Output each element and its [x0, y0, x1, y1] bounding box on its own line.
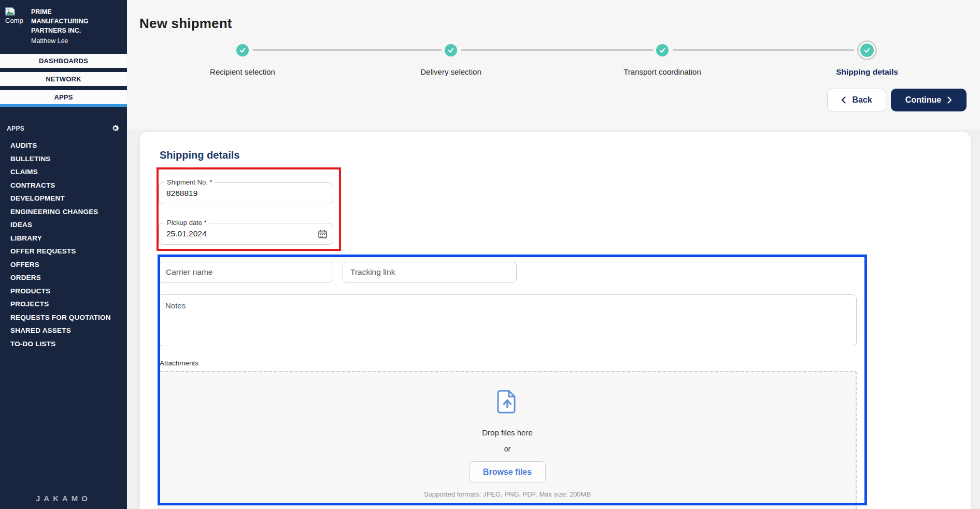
sidebar-item-offers[interactable]: OFFERS	[0, 258, 127, 272]
back-button[interactable]: Back	[827, 89, 886, 111]
jakamo-logo: JAKAMO	[0, 494, 127, 503]
tracking-link-field	[343, 262, 517, 282]
shipment-no-input[interactable]	[159, 183, 333, 204]
shipping-details-card: Shipping details Shipment No. * Pickup d…	[140, 132, 971, 509]
pickup-date-input[interactable]	[159, 223, 333, 244]
sidebar-item-shared-assets[interactable]: SHARED ASSETS	[0, 324, 127, 337]
user-name: Matthew Lee	[31, 37, 109, 45]
apps-section-label: APPS	[7, 125, 24, 132]
chevron-left-icon	[841, 96, 846, 104]
step-connector	[673, 49, 854, 51]
broken-image-glyph	[5, 7, 15, 16]
file-dropzone[interactable]: Drop files here or Browse files Supporte…	[158, 371, 857, 509]
sidebar-item-development[interactable]: DEVELOPMENT	[0, 192, 127, 205]
sidebar-item-claims[interactable]: CLAIMS	[0, 165, 127, 179]
attachments-label: Attachments	[160, 359, 198, 367]
logo-alt-text: Comp	[5, 17, 23, 24]
sidebar-item-offer-requests[interactable]: OFFER REQUESTS	[0, 245, 127, 258]
gear-icon[interactable]	[111, 124, 120, 133]
chevron-right-icon	[947, 96, 952, 104]
step-label-transport-coordination: Transport coordination	[595, 67, 730, 76]
step-connector	[461, 49, 653, 51]
step-label-shipping-details: Shipping details	[800, 67, 934, 77]
step-3-check-icon	[656, 44, 669, 56]
page-title: New shipment	[139, 16, 232, 32]
shipment-no-field: Shipment No. *	[159, 182, 333, 204]
supported-formats-hint: Supported formats: JPEG, PNG, PDF. Max s…	[424, 490, 591, 498]
form-heading: Shipping details	[160, 149, 239, 161]
sidebar-item-bulletins[interactable]: BULLETINS	[0, 152, 127, 166]
browse-files-button[interactable]: Browse files	[470, 461, 546, 483]
notes-input[interactable]	[159, 295, 856, 346]
main-area: New shipment Recipient selection Deliver…	[127, 0, 980, 509]
company-info: PRIME MANUFACTURING PARTNERS INC. Matthe…	[31, 7, 109, 45]
notes-field	[158, 294, 857, 346]
continue-button[interactable]: Continue	[891, 89, 967, 111]
sidebar-item-to-do-lists[interactable]: TO-DO LISTS	[0, 337, 127, 351]
sidebar-item-ideas[interactable]: IDEAS	[0, 218, 127, 232]
tracking-link-input[interactable]	[343, 262, 516, 282]
upload-file-icon	[497, 390, 518, 414]
sidebar-tab-dashboards[interactable]: DASHBOARDS	[0, 54, 127, 68]
sidebar-item-library[interactable]: LIBRARY	[0, 232, 127, 245]
sidebar-item-audits[interactable]: AUDITS	[0, 139, 127, 152]
apps-nav-list: AUDITS BULLETINS CLAIMS CONTRACTS DEVELO…	[0, 139, 127, 350]
sidebar-item-orders[interactable]: ORDERS	[0, 271, 127, 285]
pickup-date-label: Pickup date *	[164, 219, 209, 227]
company-logo-block: Comp PRIME MANUFACTURING PARTNERS INC. M…	[5, 7, 124, 45]
shipment-no-label: Shipment No. *	[164, 178, 215, 186]
sidebar-tab-network[interactable]: NETWORK	[0, 72, 127, 86]
company-name: PRIME MANUFACTURING PARTNERS INC.	[31, 7, 109, 35]
step-2-check-icon	[445, 44, 457, 56]
pickup-date-field: Pickup date *	[159, 223, 333, 245]
back-button-label: Back	[852, 95, 872, 105]
carrier-name-input[interactable]	[159, 262, 333, 282]
broken-image-icon: Comp	[5, 7, 26, 45]
step-connector	[253, 49, 442, 51]
calendar-icon[interactable]	[318, 230, 327, 238]
sidebar-item-contracts[interactable]: CONTRACTS	[0, 179, 127, 192]
active-tab-indicator	[0, 104, 127, 107]
carrier-name-field	[158, 262, 333, 282]
sidebar-item-products[interactable]: PRODUCTS	[0, 285, 127, 298]
sidebar: Comp PRIME MANUFACTURING PARTNERS INC. M…	[0, 0, 127, 509]
sidebar-item-requests-for-quotation[interactable]: REQUESTS FOR QUOTATION	[0, 311, 127, 324]
step-label-recipient-selection: Recipient selection	[175, 67, 310, 76]
step-4-check-icon	[857, 40, 877, 60]
drop-files-text: Drop files here	[482, 428, 533, 437]
step-label-delivery-selection: Delivery selection	[384, 67, 518, 76]
sidebar-tab-apps[interactable]: APPS	[0, 90, 127, 104]
apps-section-header: APPS	[7, 124, 120, 133]
or-text: or	[504, 445, 510, 453]
continue-button-label: Continue	[905, 95, 941, 105]
sidebar-item-projects[interactable]: PROJECTS	[0, 298, 127, 311]
sidebar-item-engineering-changes[interactable]: ENGINEERING CHANGES	[0, 205, 127, 219]
step-1-check-icon	[236, 44, 249, 56]
